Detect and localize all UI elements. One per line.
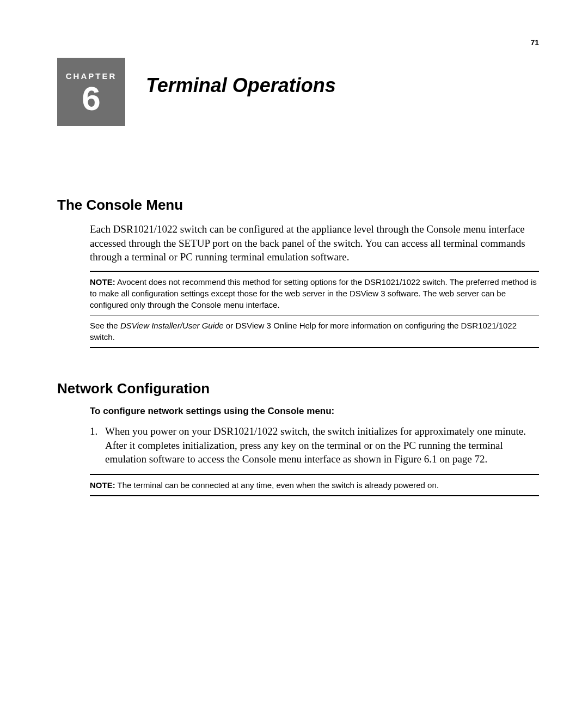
list-number: 1. <box>90 424 105 466</box>
list-item: 1. When you power on your DSR1021/1022 s… <box>90 424 539 466</box>
chapter-box: CHAPTER 6 <box>57 58 125 126</box>
chapter-header: CHAPTER 6 Terminal Operations <box>57 58 539 126</box>
note-1: NOTE: Avocent does not recommend this me… <box>90 272 539 315</box>
network-config-note: NOTE: The terminal can be connected at a… <box>90 474 539 496</box>
note-text: Avocent does not recommend this method f… <box>90 277 537 309</box>
chapter-number: 6 <box>82 82 100 115</box>
network-config-steps: 1. When you power on your DSR1021/1022 s… <box>90 424 539 466</box>
console-menu-notes: NOTE: Avocent does not recommend this me… <box>90 271 539 348</box>
note-2: See the DSView Installer/User Guide or D… <box>90 315 539 347</box>
network-config-sub-heading: To configure network settings using the … <box>90 406 539 417</box>
section-network-config-heading: Network Configuration <box>57 380 539 397</box>
page-number: 71 <box>57 38 539 47</box>
list-text: When you power on your DSR1021/1022 swit… <box>105 424 539 466</box>
note-pre: See the <box>90 321 120 330</box>
note-italic: DSView Installer/User Guide <box>120 321 224 330</box>
note-label: NOTE: <box>90 480 115 490</box>
console-menu-paragraph: Each DSR1021/1022 switch can be configur… <box>90 222 539 264</box>
note-label: NOTE: <box>90 277 115 287</box>
section-console-menu-heading: The Console Menu <box>57 197 539 214</box>
chapter-title: Terminal Operations <box>146 74 336 97</box>
note-text: The terminal can be connected at any tim… <box>115 480 439 490</box>
document-page: 71 CHAPTER 6 Terminal Operations The Con… <box>0 0 588 496</box>
